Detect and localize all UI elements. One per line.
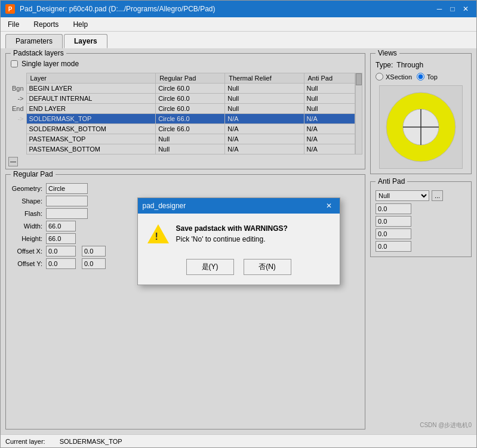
main-window: P Pad_Designer: p60c40.pad (D:.../Progra… (0, 0, 477, 448)
dialog-message-line2: Pick 'No' to continue editing. (176, 234, 288, 245)
title-bar-controls: ─ □ ✕ (433, 4, 472, 14)
maximize-button[interactable]: □ (447, 4, 458, 14)
dialog-buttons: 是(Y) 否(N) (138, 254, 340, 285)
dialog-message: Save padstack with WARNINGS? Pick 'No' t… (176, 223, 288, 245)
app-icon: P (5, 4, 15, 14)
tab-layers[interactable]: Layers (64, 34, 107, 48)
menu-help[interactable]: Help (70, 20, 90, 29)
current-layer-label: Current layer: (5, 438, 45, 445)
main-content: Padstack layers Single layer mode Layer … (1, 48, 476, 434)
dialog-title: pad_designer (143, 202, 186, 210)
title-bar-left: P Pad_Designer: p60c40.pad (D:.../Progra… (5, 4, 216, 14)
status-bar: Current layer: SOLDERMASK_TOP (1, 434, 476, 447)
dialog-close-button[interactable]: ✕ (323, 200, 335, 211)
dialog: pad_designer ✕ Save padstack with WARNIN… (137, 197, 340, 285)
dialog-message-line1: Save padstack with WARNINGS? (176, 223, 288, 234)
window-title: Pad_Designer: p60c40.pad (D:.../Programs… (20, 5, 216, 13)
dialog-no-button[interactable]: 否(N) (244, 259, 291, 275)
menu-reports[interactable]: Reports (31, 20, 61, 29)
current-layer-value: SOLDERMASK_TOP (60, 438, 122, 445)
menu-file[interactable]: File (5, 20, 21, 29)
minimize-button[interactable]: ─ (433, 4, 445, 14)
dialog-body: Save padstack with WARNINGS? Pick 'No' t… (138, 214, 340, 254)
close-button[interactable]: ✕ (460, 4, 472, 14)
dialog-title-bar: pad_designer ✕ (138, 198, 340, 214)
warning-triangle (147, 224, 169, 243)
tabs-bar: Parameters Layers (1, 32, 476, 48)
title-bar: P Pad_Designer: p60c40.pad (D:.../Progra… (1, 1, 476, 17)
tab-parameters[interactable]: Parameters (5, 34, 63, 48)
dialog-yes-button[interactable]: 是(Y) (186, 259, 234, 275)
menu-bar: File Reports Help (1, 17, 476, 32)
warning-icon (147, 223, 169, 245)
dialog-overlay: pad_designer ✕ Save padstack with WARNIN… (1, 48, 476, 434)
